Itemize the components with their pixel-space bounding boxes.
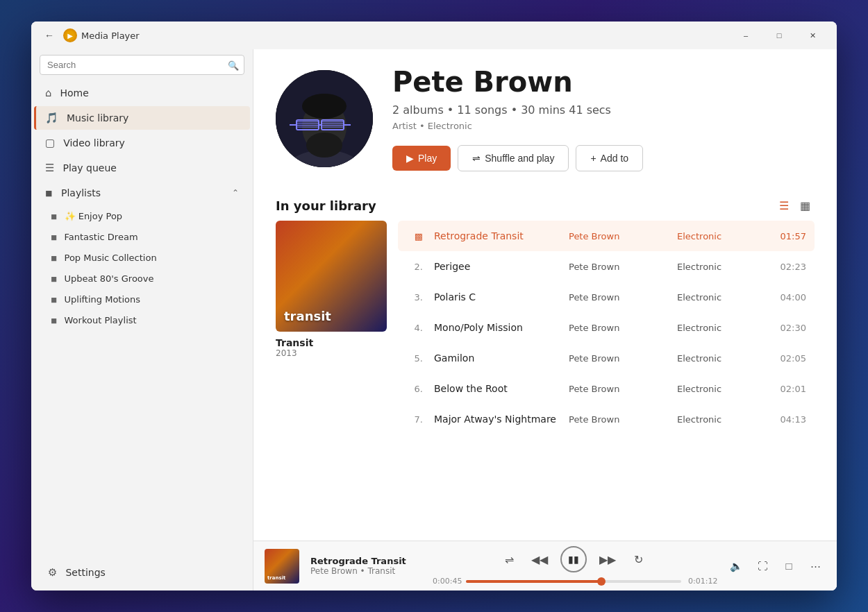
- playlist-item-uplifting[interactable]: ◾ Uplifting Motions: [40, 289, 250, 309]
- search-input[interactable]: [40, 55, 244, 75]
- repeat-button[interactable]: ↻: [628, 550, 648, 569]
- shuffle-playback-button[interactable]: ⇌: [499, 550, 519, 569]
- back-button[interactable]: ←: [40, 26, 59, 45]
- list-view-button[interactable]: ☰: [775, 196, 793, 215]
- close-button[interactable]: ✕: [796, 24, 828, 46]
- library-section: In your library ☰ ▦ transit Tr: [253, 188, 837, 541]
- track-number: 5.: [406, 353, 423, 364]
- table-row[interactable]: 5. Gamilon Pete Brown Electronic 02:05: [398, 343, 815, 373]
- album-year: 2013: [276, 348, 387, 358]
- track-duration: 02:05: [771, 353, 806, 364]
- track-number: 6.: [406, 384, 423, 394]
- more-options-button[interactable]: ⋯: [805, 556, 826, 577]
- table-row[interactable]: 6. Below the Root Pete Brown Electronic …: [398, 373, 815, 404]
- sidebar-bottom: ⚙ Settings: [31, 554, 253, 590]
- music-icon: 🎵: [45, 112, 58, 124]
- artist-header: Pete Brown 2 albums • 11 songs • 30 mins…: [253, 49, 837, 188]
- view-toggle: ☰ ▦: [775, 196, 815, 215]
- track-genre: Electronic: [677, 292, 760, 303]
- table-row[interactable]: 2. Perigee Pete Brown Electronic 02:23: [398, 251, 815, 282]
- next-button[interactable]: ▶▶: [598, 550, 617, 569]
- playlist-item-label: ✨ Enjoy Pop: [65, 211, 123, 221]
- track-genre: Electronic: [677, 384, 760, 394]
- playlist-item-label: Uplifting Motions: [65, 294, 141, 305]
- sidebar-item-settings-label: Settings: [65, 567, 105, 578]
- svg-point-3: [306, 133, 342, 158]
- track-genre: Electronic: [677, 262, 760, 272]
- progress-bar[interactable]: [466, 580, 681, 583]
- play-button[interactable]: ▶ Play: [392, 146, 451, 171]
- track-artist: Pete Brown: [569, 292, 666, 303]
- sidebar-item-playlists[interactable]: ◾ Playlists ⌃: [34, 181, 250, 205]
- grid-view-button[interactable]: ▦: [796, 196, 815, 215]
- library-content: transit Transit 2013 ▩ Retro: [276, 221, 815, 434]
- track-number: ▩: [406, 231, 423, 241]
- track-name: Below the Root: [434, 383, 558, 394]
- playlist-item-fantasticdream[interactable]: ◾ Fantastic Dream: [40, 227, 250, 247]
- library-title: In your library: [276, 198, 376, 213]
- sidebar: 🔍 ⌂ Home 🎵 Music library ▢ Video library…: [31, 49, 253, 590]
- album-card[interactable]: transit Transit 2013: [276, 221, 387, 434]
- progress-area: 0:00:45 0:01:12: [433, 577, 715, 586]
- play-icon: ▶: [406, 153, 414, 164]
- search-icon[interactable]: 🔍: [228, 60, 239, 70]
- minimize-button[interactable]: –: [730, 24, 762, 46]
- chevron-up-icon: ⌃: [232, 188, 239, 198]
- table-row[interactable]: 4. Mono/Poly Mission Pete Brown Electron…: [398, 312, 815, 343]
- maximize-button[interactable]: □: [763, 24, 795, 46]
- playlist-item-icon: ◾: [51, 273, 58, 284]
- artist-photo: [276, 70, 373, 167]
- track-genre: Electronic: [677, 231, 760, 241]
- track-name: Perigee: [434, 261, 558, 272]
- app-logo-icon: ▶: [63, 28, 77, 42]
- artist-name: Pete Brown: [392, 66, 815, 98]
- fullscreen-button[interactable]: ⛶: [752, 556, 773, 577]
- table-row[interactable]: 3. Polaris C Pete Brown Electronic 04:00: [398, 282, 815, 312]
- home-icon: ⌂: [45, 87, 52, 99]
- playlist-item-label: Fantastic Dream: [65, 232, 138, 242]
- queue-icon: ☰: [45, 162, 54, 174]
- sidebar-item-music-label: Music library: [67, 112, 128, 124]
- pause-button[interactable]: ▮▮: [560, 546, 587, 572]
- sidebar-item-video-library[interactable]: ▢ Video library: [34, 131, 250, 155]
- table-row[interactable]: 7. Major Atway's Nightmare Pete Brown El…: [398, 404, 815, 434]
- playlist-item-label: Pop Music Collection: [65, 253, 157, 263]
- album-art-label: transit: [284, 309, 331, 323]
- previous-button[interactable]: ◀◀: [530, 550, 549, 569]
- addto-button[interactable]: + Add to: [576, 145, 643, 171]
- titlebar: ← ▶ Media Player – □ ✕: [31, 22, 837, 49]
- track-duration: 02:01: [771, 384, 806, 394]
- album-art-inner: transit: [276, 221, 387, 332]
- track-name: Retrograde Transit: [434, 230, 558, 241]
- now-playing-right-controls: 🔈 ⛶ □ ⋯: [726, 556, 826, 577]
- now-playing-bar: transit Retrograde Transit Pete Brown • …: [253, 541, 837, 590]
- artist-genre: Artist • Electronic: [392, 121, 815, 131]
- sidebar-item-play-queue[interactable]: ☰ Play queue: [34, 156, 250, 180]
- playlist-item-icon: ◾: [51, 315, 58, 325]
- window-controls: – □ ✕: [730, 24, 828, 46]
- track-genre: Electronic: [677, 323, 760, 333]
- sidebar-item-home[interactable]: ⌂ Home: [34, 81, 250, 105]
- track-duration: 02:30: [771, 323, 806, 333]
- track-genre: Electronic: [677, 353, 760, 364]
- playlist-item-enjoypop[interactable]: ◾ ✨ Enjoy Pop: [40, 206, 250, 226]
- table-row[interactable]: ▩ Retrograde Transit Pete Brown Electron…: [398, 221, 815, 251]
- playlist-item-icon: ◾: [51, 232, 58, 242]
- sidebar-item-playlists-label: Playlists: [61, 187, 101, 198]
- sidebar-item-music-library[interactable]: 🎵 Music library: [34, 106, 250, 130]
- volume-button[interactable]: 🔈: [726, 556, 746, 577]
- playlist-item-icon: ◾: [51, 253, 58, 263]
- sidebar-item-settings[interactable]: ⚙ Settings: [37, 561, 247, 584]
- total-time: 0:01:12: [688, 577, 715, 586]
- miniplayer-button[interactable]: □: [778, 556, 799, 577]
- now-playing-artist: Pete Brown • Transit: [310, 566, 422, 576]
- app-window: ← ▶ Media Player – □ ✕ 🔍 ⌂ Home 🎵 Music …: [31, 22, 837, 590]
- track-duration: 04:13: [771, 414, 806, 425]
- playlist-list: ◾ ✨ Enjoy Pop ◾ Fantastic Dream ◾ Pop Mu…: [31, 205, 253, 331]
- playlist-item-popmusic[interactable]: ◾ Pop Music Collection: [40, 248, 250, 268]
- playlist-item-workout[interactable]: ◾ Workout Playlist: [40, 310, 250, 330]
- settings-icon: ⚙: [48, 566, 57, 579]
- now-playing-info: Retrograde Transit Pete Brown • Transit: [310, 556, 422, 576]
- shuffle-button[interactable]: ⇌ Shuffle and play: [458, 145, 569, 171]
- playlist-item-upbeat[interactable]: ◾ Upbeat 80's Groove: [40, 269, 250, 289]
